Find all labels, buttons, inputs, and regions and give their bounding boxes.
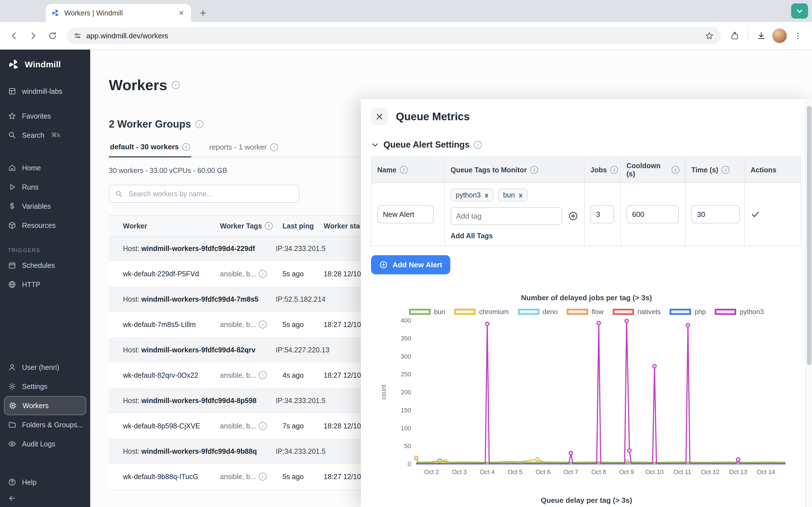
drawer-title: Queue Metrics [396,111,470,123]
dollar-icon [8,202,16,210]
sidebar-item-workers[interactable]: Workers [4,396,86,415]
chevron-down-icon[interactable] [371,141,379,149]
sidebar-item-http[interactable]: HTTP [0,275,90,294]
forward-button[interactable] [25,27,42,44]
info-icon[interactable] [195,120,203,128]
tab-default-group[interactable]: default - 30 workers [109,143,191,158]
add-new-alert-button[interactable]: Add New Alert [371,255,450,274]
legend-swatch [670,309,691,315]
address-bar[interactable]: app.windmill.dev/workers [66,27,721,44]
sidebar-item-settings[interactable]: Settings [0,377,90,396]
tag-chip[interactable]: bunx [498,189,527,202]
sidebar-item-favorites[interactable]: Favorites [0,107,90,126]
browser-menu-icon[interactable] [790,27,806,44]
url-text[interactable]: app.windmill.dev/workers [86,32,700,40]
legend-item-flow[interactable]: flow [567,308,604,316]
browser-toolbar: app.windmill.dev/workers [0,22,812,50]
site-settings-icon[interactable] [73,32,82,40]
sidebar-item-schedules[interactable]: Schedules [0,256,90,275]
add-tag-input[interactable] [451,207,562,225]
info-icon[interactable] [530,166,538,174]
worker-search[interactable] [109,185,299,203]
legend-item-python3[interactable]: python3 [715,308,763,316]
alert-settings-heading: Queue Alert Settings [384,140,469,150]
legend-item-bun[interactable]: bun [409,308,445,316]
alert-name-input[interactable] [377,205,434,223]
close-icon [375,112,384,121]
back-button[interactable] [6,27,22,44]
svg-text:Oct 14: Oct 14 [757,468,775,475]
legend-label: deno [543,308,558,316]
info-icon[interactable] [721,166,729,174]
info-icon[interactable] [182,143,190,151]
info-icon[interactable] [259,422,267,430]
legend-item-nativets[interactable]: nativets [613,308,661,316]
sidebar-item-resources[interactable]: Resources [0,216,90,235]
extensions-icon[interactable] [726,27,743,44]
tab-close-icon[interactable]: × [177,8,186,18]
info-icon[interactable] [172,81,180,89]
sidebar-item-search[interactable]: Search ⌘k [0,126,90,145]
add-all-tags-link[interactable]: Add All Tags [451,232,578,240]
close-drawer-button[interactable] [371,108,388,125]
remove-tag-icon[interactable]: x [485,191,488,199]
info-icon[interactable] [610,166,618,174]
cooldown-input[interactable] [626,205,679,223]
svg-text:Oct 6: Oct 6 [536,468,551,475]
downloads-icon[interactable] [753,27,770,44]
bookmark-star-icon[interactable] [705,31,714,40]
info-icon[interactable] [259,371,267,379]
time-input[interactable] [691,205,740,223]
svg-text:400: 400 [401,317,411,324]
profile-avatar[interactable] [772,28,787,43]
browser-tab[interactable]: Workers | Windmill × [46,4,191,22]
confirm-alert-button[interactable] [751,210,760,219]
reload-button[interactable] [44,27,61,44]
workspace-selector[interactable]: windmill-labs [0,82,90,101]
sidebar-item-user[interactable]: User (henri) [0,358,90,377]
legend-label: php [695,308,706,316]
svg-text:Oct 12: Oct 12 [701,468,719,475]
jobs-threshold-input[interactable] [591,205,614,223]
info-icon[interactable] [474,141,482,149]
new-tab-button[interactable]: + [196,6,210,20]
info-icon[interactable] [270,144,278,151]
sidebar-item-help[interactable]: Help [0,473,90,492]
sidebar-item-variables[interactable]: Variables [0,196,90,216]
drawer-scrollbar[interactable] [805,99,812,507]
tab-reports-group[interactable]: reports - 1 worker [208,143,279,157]
scrollbar-thumb[interactable] [807,106,811,365]
legend-item-deno[interactable]: deno [518,308,558,316]
sidebar-item-home[interactable]: Home [0,158,90,177]
svg-text:Oct 11: Oct 11 [673,468,691,475]
search-workers-input[interactable] [128,189,293,199]
legend-swatch [409,309,430,315]
svg-text:Oct 7: Oct 7 [563,468,578,475]
sidebar-collapse-button[interactable] [0,492,90,507]
triggers-section-label: TRIGGERS [0,235,90,256]
sidebar-item-folders-groups[interactable]: Folders & Groups... [0,415,90,434]
svg-text:50: 50 [404,443,411,450]
legend-swatch [613,309,634,315]
legend-item-php[interactable]: php [670,308,706,316]
app-logo[interactable]: Windmill [0,50,90,74]
gear-icon [8,382,16,391]
legend-swatch [518,309,539,315]
info-icon[interactable] [259,270,267,278]
tab-list-button[interactable] [791,3,808,18]
info-icon[interactable] [259,473,267,481]
remove-tag-icon[interactable]: x [519,191,522,199]
legend-label: chromium [479,308,509,316]
tag-chip[interactable]: python3x [451,189,493,202]
info-icon[interactable] [259,321,267,328]
info-icon[interactable] [265,222,273,230]
alert-settings-table: Name Queue Tags to Monitor Jobs Cooldown… [371,157,801,246]
add-tag-button[interactable] [568,211,578,221]
info-icon[interactable] [400,166,408,174]
sidebar-item-runs[interactable]: Runs [0,177,90,196]
legend-item-chromium[interactable]: chromium [454,308,509,316]
info-icon[interactable] [672,166,679,174]
cube-icon [8,221,16,230]
sidebar-item-audit-logs[interactable]: Audit Logs [0,434,90,453]
windmill-logo-icon [8,59,20,70]
